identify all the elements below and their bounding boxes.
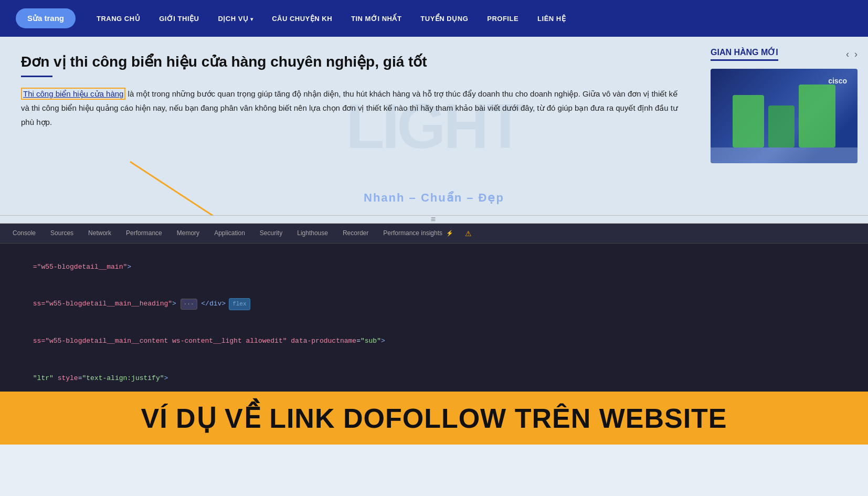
navbar: Sửa trang TRANG CHỦ GIỚI THIỆU DỊCH VỤ C… <box>0 0 868 37</box>
code-line-1: ="w55-blogdetail__main"> <box>0 249 868 286</box>
article-link[interactable]: Thi công biển hiệu cửa hàng <box>21 88 125 100</box>
sidebar-prev-button[interactable]: ‹ <box>846 49 849 60</box>
title-underline <box>21 76 52 77</box>
devtools-panel: Console Sources Network Performance Memo… <box>0 224 868 392</box>
nav-item-profile[interactable]: PROFILE <box>487 14 518 23</box>
booth-display <box>722 74 846 158</box>
sidebar-next-button[interactable]: › <box>854 49 858 60</box>
content-left: Đơn vị thi công biển hiệu cửa hàng chuyê… <box>0 37 700 215</box>
code-area[interactable]: ="w55-blogdetail__main"> ss="w55-blogdet… <box>0 244 868 392</box>
performance-insights-icon: ⚡ <box>446 230 453 236</box>
nav-item-contact[interactable]: LIÊN HỆ <box>537 14 566 23</box>
bottom-banner: VÍ DỤ VỀ LINK DOFOLLOW TRÊN WEBSITE <box>0 392 868 445</box>
drag-handle[interactable]: ≡ <box>0 215 868 224</box>
tab-network[interactable]: Network <box>81 225 119 242</box>
tab-performance[interactable]: Performance <box>119 225 170 242</box>
booth-panel-2 <box>768 105 795 147</box>
nav-item-customer[interactable]: CÂU CHUYỆN KH <box>272 14 332 23</box>
tab-recorder[interactable]: Recorder <box>335 225 376 242</box>
tab-security[interactable]: Security <box>252 225 290 242</box>
code-line-2: ss="w55-blogdetail__main__heading"> ··· … <box>0 286 868 323</box>
warning-icon: ⚠ <box>465 229 472 238</box>
code-line-4: "ltr" style="text-align:justify"> <box>0 360 868 392</box>
navbar-menu: TRANG CHỦ GIỚI THIỆU DỊCH VỤ CÂU CHUYỆN … <box>97 14 566 23</box>
sidebar-navigation: ‹ › <box>846 49 858 60</box>
booth-panel-1 <box>733 95 764 147</box>
tab-performance-insights[interactable]: Performance insights ⚡ <box>376 225 461 242</box>
code-line-3: ss="w55-blogdetail__main__content ws-con… <box>0 323 868 360</box>
cisco-logo: cisco <box>828 77 847 85</box>
tab-sources[interactable]: Sources <box>43 225 81 242</box>
main-content-area: LIGHT Đơn vị thi công biển hiệu cửa hàng… <box>0 37 868 215</box>
content-right: GIAN HÀNG MỚI ‹ › cisco <box>700 37 868 215</box>
flex-badge: flex <box>229 298 250 310</box>
page-title: Đơn vị thi công biển hiệu cửa hàng chuyê… <box>21 52 679 71</box>
sidebar-title: GIAN HÀNG MỚI <box>711 47 778 61</box>
drag-handle-icon: ≡ <box>431 215 437 224</box>
nav-item-news[interactable]: TIN MỚI NHẤT <box>351 14 401 23</box>
tab-lighthouse[interactable]: Lighthouse <box>290 225 335 242</box>
sidebar-title-row: GIAN HÀNG MỚI ‹ › <box>711 47 858 61</box>
booth-panel-3 <box>799 85 835 147</box>
nav-item-home[interactable]: TRANG CHỦ <box>97 14 140 23</box>
tab-application[interactable]: Application <box>207 225 252 242</box>
nav-item-about[interactable]: GIỚI THIỆU <box>159 14 199 23</box>
booth-floor <box>711 147 858 163</box>
banner-text: VÍ DỤ VỀ LINK DOFOLLOW TRÊN WEBSITE <box>141 403 727 434</box>
navbar-logo[interactable]: Sửa trang <box>16 8 76 28</box>
devtools-tabs: Console Sources Network Performance Memo… <box>0 224 868 244</box>
tab-console[interactable]: Console <box>5 225 43 242</box>
tab-memory[interactable]: Memory <box>170 225 207 242</box>
nav-item-recruitment[interactable]: TUYỂN DỤNG <box>420 14 468 23</box>
content-paragraph: Thi công biển hiệu cửa hàng là một trong… <box>21 87 679 129</box>
subtitle-text: Nhanh – Chuẩn – Đẹp <box>0 191 868 205</box>
sidebar-image: cisco <box>711 69 858 163</box>
ellipsis-1[interactable]: ··· <box>181 299 197 310</box>
nav-item-services[interactable]: DỊCH VỤ <box>218 14 253 23</box>
